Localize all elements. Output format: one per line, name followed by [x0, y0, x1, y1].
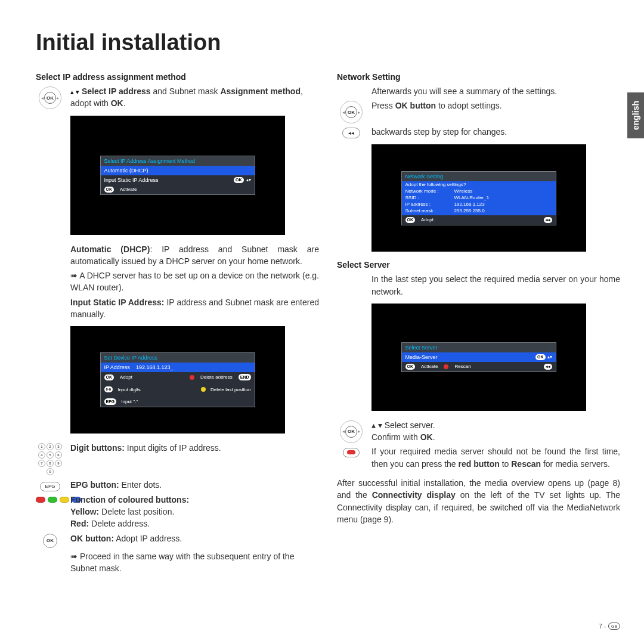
tv-screenshot-ip-method: Select IP Address Assignment Method Auto… — [70, 116, 285, 235]
tv-screenshot-set-ip: Set Device IP Address IP Address 192.168… — [70, 326, 285, 434]
press-ok-text: Press OK button to adopt settings. — [371, 100, 620, 112]
select-server-text: In the last step you select the required… — [371, 273, 620, 298]
rescan-text: If your required media server should not… — [371, 445, 620, 470]
tv-screenshot-select-server: Select Server Media-Server OK▴▾ OKActiva… — [371, 304, 586, 411]
colour-buttons-icon — [36, 494, 64, 504]
tv1-footer: OKActivate — [101, 185, 255, 194]
content-columns: Select IP address assignment method OK S… — [0, 66, 644, 577]
keypad-icon: 123 456 789 0 — [36, 442, 64, 476]
updown-arrows-icon — [70, 86, 79, 96]
digit-buttons-text: Digit buttons: Input digits of IP addres… — [70, 442, 319, 454]
select-server-title: Select Server — [337, 260, 620, 270]
instruction-select-ip: OK Select IP address and Subnet mask Ass… — [36, 85, 319, 110]
tv1-header: Select IP Address Assignment Method — [101, 156, 255, 166]
tv1-row-dhcp: Automatic (DHCP) — [101, 166, 255, 175]
section-ip-method-title: Select IP address assignment method — [36, 72, 319, 82]
ok-button-icon: OK — [36, 532, 64, 548]
tv1-row-static: Input Static IP Address OK▴▾ — [101, 175, 255, 185]
tv3-body: Adopt the following settings? Network mo… — [402, 181, 556, 215]
ok-ring-icon: OK — [337, 100, 366, 123]
ok-ring-icon: OK — [36, 85, 64, 109]
ok-ring-icon: OK — [337, 419, 366, 443]
tv2-footer: OKAdopt Delete address END 0-9Input digi… — [101, 372, 255, 407]
backwards-text: backwards step by step for changes. — [371, 126, 620, 138]
ok-button-text: OK button: Adopt IP address. — [70, 532, 319, 544]
after-install-text: After successful initial installation, t… — [337, 477, 620, 525]
instruction-select-ip-text: Select IP address and Subnet mask Assign… — [70, 85, 319, 110]
region-badge: GB — [608, 623, 620, 630]
tv3-header: Network Setting — [402, 172, 556, 181]
network-setting-title: Network Setting — [337, 72, 620, 82]
page-footer: 7 - GB — [599, 623, 620, 630]
colour-buttons-text: Function of coloured buttons: Yellow: De… — [70, 494, 319, 530]
red-button-icon — [337, 445, 366, 457]
epg-button-text: EPG button: Enter dots. — [70, 479, 319, 491]
tv2-header: Set Device IP Address — [101, 353, 255, 363]
tv2-ip-row: IP Address 192.168.1.123_ — [101, 363, 255, 372]
auto-dhcp-text: Automatic (DHCP): IP address and Subnet … — [70, 243, 319, 268]
tv4-footer: OKActivate Rescan ◂◂ — [402, 362, 556, 371]
left-column: Select IP address assignment method OK S… — [36, 66, 319, 577]
network-summary-text: Afterwards you will see a summary of the… — [371, 85, 620, 97]
rewind-icon: ◂◂ — [337, 126, 366, 138]
proceed-note: Proceed in the same way with the subsequ… — [70, 550, 319, 575]
dhcp-note: A DHCP server has to be set up on a devi… — [70, 270, 319, 294]
select-server-instr: ▴ ▾ Select server. Confirm with OK. — [371, 419, 620, 444]
right-column: Network Setting Afterwards you will see … — [337, 66, 620, 577]
static-ip-text: Input Static IP Address: IP address and … — [70, 296, 319, 321]
tv-screenshot-network-setting: Network Setting Adopt the following sett… — [371, 144, 586, 252]
tv4-header: Select Server — [402, 343, 556, 352]
tv3-footer: OKAdopt ◂◂ — [402, 215, 556, 225]
page-title: Initial installation — [0, 0, 644, 66]
language-tab: english — [627, 92, 644, 138]
epg-button-icon: EPG — [36, 479, 64, 491]
tv4-server-row: Media-Server OK▴▾ — [402, 352, 556, 362]
